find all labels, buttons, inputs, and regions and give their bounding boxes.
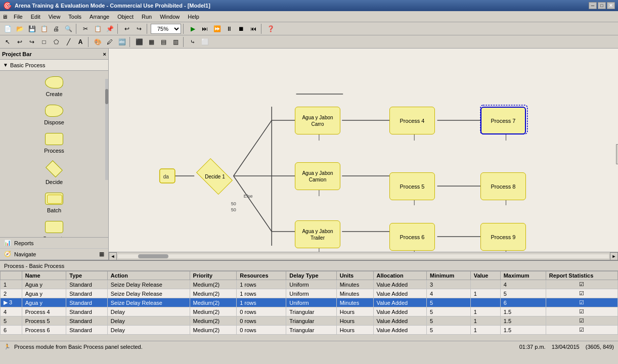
row-num[interactable]: 6: [1, 326, 22, 335]
row-maximum[interactable]: 6: [500, 298, 546, 307]
sidebar-scrollbar[interactable]: [105, 79, 108, 180]
col-header-units[interactable]: Units: [336, 271, 373, 280]
row-value[interactable]: 1: [470, 289, 500, 298]
process5-box[interactable]: Process 5: [389, 172, 435, 200]
process8-box[interactable]: Process 8: [480, 172, 526, 200]
align-right-button[interactable]: ▤: [158, 36, 169, 48]
row-resources[interactable]: 0 rows: [237, 326, 286, 335]
row-value[interactable]: 1: [470, 307, 500, 316]
row-action[interactable]: Delay: [107, 326, 190, 335]
sidebar-navigate[interactable]: 🧭 Navigate ▦: [0, 249, 108, 260]
print-button[interactable]: 🖨: [51, 23, 62, 34]
canvas-area[interactable]: Else 50 50 da Agua y JabonCarro Agua y J…: [109, 49, 618, 260]
row-name[interactable]: Process 4: [22, 307, 66, 316]
row-maximum[interactable]: 1.5: [500, 307, 546, 316]
row-units[interactable]: Minutes: [336, 289, 373, 298]
row-allocation[interactable]: Value Added: [373, 289, 426, 298]
row-type[interactable]: Standard: [66, 307, 108, 316]
row-delay-type[interactable]: Uniform: [286, 298, 336, 307]
line-button[interactable]: ╱: [63, 36, 74, 48]
reset-button[interactable]: ⏮: [248, 23, 259, 34]
row-report[interactable]: ☑: [546, 307, 617, 316]
row-report[interactable]: ☑: [546, 298, 617, 307]
row-delay-type[interactable]: Uniform: [286, 289, 336, 298]
panel-item-create[interactable]: Create: [2, 73, 106, 99]
undo2-button[interactable]: ↩: [14, 36, 25, 48]
collapse-icon[interactable]: ▼: [3, 62, 8, 68]
row-report[interactable]: ☑: [546, 316, 617, 326]
process9-box[interactable]: Process 9: [480, 223, 526, 251]
row-name[interactable]: Agua y: [22, 298, 66, 307]
row-priority[interactable]: Medium(2): [190, 307, 237, 316]
row-allocation[interactable]: Value Added: [373, 316, 426, 326]
row-units[interactable]: Minutes: [336, 280, 373, 289]
row-minimum[interactable]: 4: [427, 289, 471, 298]
table-row[interactable]: 5Process 5StandardDelayMedium(2)0 rowsTr…: [1, 316, 618, 326]
col-header-type[interactable]: Type: [66, 271, 108, 280]
undo-button[interactable]: ↩: [121, 23, 133, 34]
save-button[interactable]: 💾: [26, 23, 37, 34]
row-name[interactable]: Process 5: [22, 316, 66, 326]
menu-edit[interactable]: Edit: [27, 13, 45, 21]
row-priority[interactable]: Medium(2): [190, 289, 237, 298]
close-button[interactable]: ✕: [607, 2, 615, 9]
run-button[interactable]: ▶: [187, 23, 198, 34]
fill-color-button[interactable]: 🎨: [92, 36, 103, 48]
row-resources[interactable]: 1 rows: [237, 280, 286, 289]
scroll-thumb[interactable]: [138, 254, 168, 258]
canvas-collapse-arrow[interactable]: ›: [616, 144, 618, 164]
row-priority[interactable]: Medium(2): [190, 298, 237, 307]
scroll-left-button[interactable]: ◄: [109, 252, 117, 260]
row-action[interactable]: Seize Delay Release: [107, 289, 190, 298]
align-center-button[interactable]: ▦: [146, 36, 157, 48]
print-preview-button[interactable]: 🔍: [63, 23, 74, 34]
cut-button[interactable]: ✂: [80, 23, 91, 34]
row-num[interactable]: 5: [1, 316, 22, 326]
table-row[interactable]: 6Process 6StandardDelayMedium(2)0 rowsTr…: [1, 326, 618, 335]
sidebar-reports[interactable]: 📊 Reports: [0, 238, 108, 249]
row-delay-type[interactable]: Triangular: [286, 316, 336, 326]
row-delay-type[interactable]: Triangular: [286, 326, 336, 335]
col-header-minimum[interactable]: Minimum: [427, 271, 471, 280]
row-allocation[interactable]: Value Added: [373, 307, 426, 316]
row-type[interactable]: Standard: [66, 326, 108, 335]
menu-window[interactable]: Window: [156, 13, 184, 21]
row-action[interactable]: Seize Delay Release: [107, 298, 190, 307]
panel-item-dispose[interactable]: Dispose: [2, 101, 106, 127]
horizontal-scrollbar[interactable]: ◄ ►: [109, 252, 618, 260]
table-container[interactable]: Name Type Action Priority Resources Dela…: [0, 271, 618, 341]
row-resources[interactable]: 0 rows: [237, 316, 286, 326]
row-value[interactable]: 1: [470, 326, 500, 335]
row-allocation[interactable]: Value Added: [373, 298, 426, 307]
row-minimum[interactable]: 3: [427, 280, 471, 289]
row-action[interactable]: Delay: [107, 307, 190, 316]
row-num[interactable]: 1: [1, 280, 22, 289]
row-name[interactable]: Agua y: [22, 289, 66, 298]
panel-item-process[interactable]: Process: [2, 129, 106, 156]
row-action[interactable]: Delay: [107, 316, 190, 326]
zoom-select[interactable]: 75% 50% 100% 150%: [151, 24, 181, 34]
row-priority[interactable]: Medium(2): [190, 280, 237, 289]
row-value[interactable]: [470, 298, 500, 307]
col-header-action[interactable]: Action: [107, 271, 190, 280]
stop-button[interactable]: ⏹: [236, 23, 247, 34]
row-report[interactable]: ☑: [546, 289, 617, 298]
redo2-button[interactable]: ↪: [26, 36, 37, 48]
pause-button[interactable]: ⏸: [224, 23, 235, 34]
row-name[interactable]: Agua y: [22, 280, 66, 289]
step-button[interactable]: ⏭: [199, 23, 210, 34]
connect-button[interactable]: ⤷: [187, 36, 198, 48]
col-header-value[interactable]: Value: [470, 271, 500, 280]
panel-item-separate[interactable]: Separate: [2, 217, 106, 237]
poly-button[interactable]: ⬠: [51, 36, 62, 48]
row-maximum[interactable]: 1.5: [500, 316, 546, 326]
font-color-button[interactable]: 🔤: [116, 36, 127, 48]
row-resources[interactable]: 0 rows: [237, 307, 286, 316]
save-as-button[interactable]: 📋: [38, 23, 50, 34]
row-minimum[interactable]: 5: [427, 326, 471, 335]
row-delay-type[interactable]: Uniform: [286, 280, 336, 289]
agua-jabon-camion-box[interactable]: Agua y JabonCamion: [295, 162, 340, 190]
row-maximum[interactable]: 1.5: [500, 326, 546, 335]
panel-item-batch[interactable]: Batch: [2, 189, 106, 215]
row-report[interactable]: ☑: [546, 326, 617, 335]
